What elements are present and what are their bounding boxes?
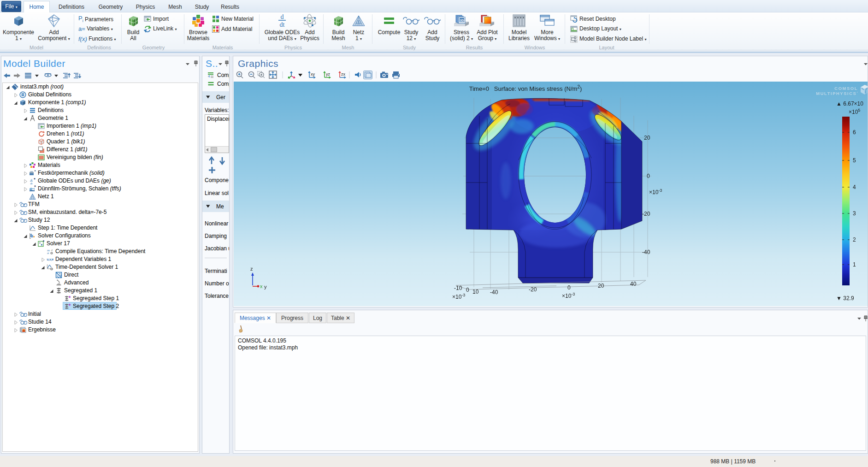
svg-text:xy: xy [311,72,315,77]
svg-text:0: 0 [567,284,571,291]
svg-text:z: z [250,266,253,272]
svg-text:20: 20 [598,283,604,289]
svg-text:dt: dt [280,21,285,28]
svg-text:×10-3: ×10-3 [562,292,575,299]
svg-text:4: 4 [208,74,210,78]
svg-text:-10: -10 [454,285,462,291]
svg-text:yz: yz [326,72,331,77]
svg-text:10: 10 [472,289,479,295]
svg-text:d: d [281,13,284,20]
svg-text:MULTIPHYSICS´: MULTIPHYSICS´ [816,91,859,96]
svg-text:-20: -20 [529,286,537,293]
svg-text:y: y [264,284,267,290]
svg-text:6: 6 [853,129,856,136]
svg-text:COMSOL: COMSOL [834,86,858,91]
svg-text:x: x [260,284,263,289]
svg-text:0: 0 [466,287,469,293]
svg-text:20: 20 [644,135,650,141]
svg-text:2: 2 [853,236,856,243]
svg-text:Time=0 Surface: von Mises st: Time=0 Surface: von Mises stress (N/m2) [469,84,582,92]
svg-text:-20: -20 [642,211,650,217]
svg-text:▲ 6.67×10: ▲ 6.67×10 [836,100,863,107]
svg-text:×10-3: ×10-3 [452,293,465,300]
svg-text:▼ 32.9: ▼ 32.9 [836,295,854,301]
svg-text:4: 4 [853,184,856,190]
svg-text:×105: ×105 [849,108,860,115]
svg-text:×10-3: ×10-3 [649,188,662,195]
svg-text:1: 1 [853,261,856,268]
svg-text:3D: 3D [460,19,464,22]
svg-text:3: 3 [853,210,856,217]
svg-text:-40: -40 [490,289,498,296]
svg-text:40: 40 [630,281,637,287]
svg-text:zx: zx [341,72,346,77]
svg-text:0: 0 [647,173,650,179]
svg-text:5: 5 [853,157,856,164]
svg-text:-40: -40 [642,249,650,255]
